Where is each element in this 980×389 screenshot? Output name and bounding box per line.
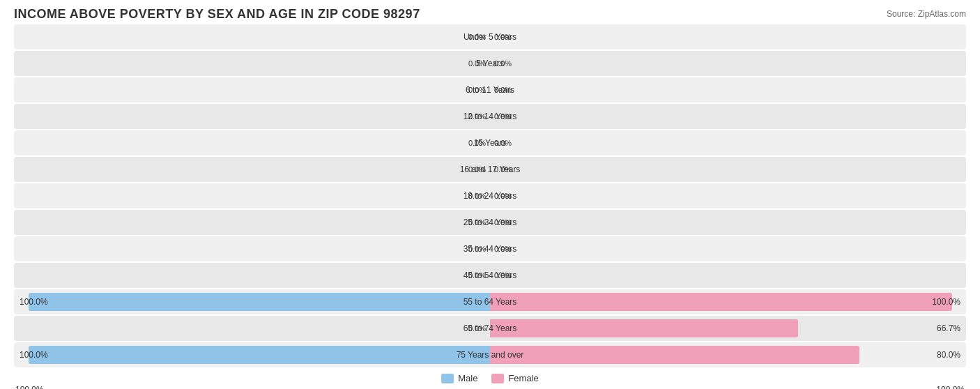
- row-left-male: 0.0%: [14, 263, 490, 288]
- legend-female-box: [491, 374, 504, 383]
- legend-male-box: [441, 374, 454, 383]
- row-right-female: 0.0%: [490, 236, 966, 261]
- male-value: 0.0%: [468, 245, 486, 253]
- male-value: 0.0%: [468, 271, 486, 280]
- bottom-left-val: 100.0%: [15, 385, 44, 389]
- female-value: 0.0%: [494, 192, 512, 200]
- chart-row: 0.0%18 to 24 Years0.0%: [14, 183, 966, 208]
- male-bar: [29, 293, 491, 311]
- female-bar: [490, 346, 859, 364]
- row-right-female: 80.0%: [490, 342, 966, 367]
- female-value: 66.7%: [937, 323, 960, 333]
- row-left-male: 0.0%: [14, 157, 490, 182]
- row-left-male: 100.0%: [14, 289, 490, 314]
- female-value: 0.0%: [494, 33, 512, 41]
- male-value: 0.0%: [468, 324, 486, 333]
- female-value: 0.0%: [494, 112, 512, 121]
- chart-row: 0.0%12 to 14 Years0.0%: [14, 104, 966, 129]
- chart-row: 0.0%6 to 11 Years0.0%: [14, 77, 966, 102]
- male-bar: [29, 346, 491, 364]
- row-right-female: 0.0%: [490, 77, 966, 102]
- chart-row: 100.0%75 Years and over80.0%: [14, 342, 966, 367]
- male-value: 0.0%: [468, 139, 486, 147]
- chart-row: 0.0%35 to 44 Years0.0%: [14, 236, 966, 261]
- chart-area: 0.0%Under 5 Years0.0%0.0%5 Years0.0%0.0%…: [14, 24, 966, 367]
- female-value: 80.0%: [937, 350, 960, 360]
- legend-male-label: Male: [458, 373, 477, 383]
- chart-row: 0.0%65 to 74 Years66.7%: [14, 316, 966, 341]
- legend-female-label: Female: [508, 373, 538, 383]
- row-left-male: 0.0%: [14, 77, 490, 102]
- female-value: 100.0%: [932, 297, 960, 307]
- row-right-female: 0.0%: [490, 210, 966, 235]
- row-right-female: 0.0%: [490, 51, 966, 76]
- chart-row: 0.0%16 and 17 Years0.0%: [14, 157, 966, 182]
- male-value: 100.0%: [20, 350, 48, 360]
- chart-row: 0.0%25 to 34 Years0.0%: [14, 210, 966, 235]
- chart-row: 0.0%Under 5 Years0.0%: [14, 24, 966, 49]
- legend: Male Female: [14, 373, 966, 383]
- row-right-female: 66.7%: [490, 316, 966, 341]
- row-right-female: 100.0%: [490, 289, 966, 314]
- row-left-male: 0.0%: [14, 104, 490, 129]
- female-bar: [490, 293, 952, 311]
- male-value: 0.0%: [468, 192, 486, 200]
- female-value: 0.0%: [494, 165, 512, 174]
- row-left-male: 100.0%: [14, 342, 490, 367]
- female-value: 0.0%: [494, 218, 512, 227]
- row-right-female: 0.0%: [490, 130, 966, 155]
- row-left-male: 0.0%: [14, 130, 490, 155]
- female-value: 0.0%: [494, 271, 512, 280]
- row-right-female: 0.0%: [490, 263, 966, 288]
- male-value: 0.0%: [468, 86, 486, 94]
- female-value: 0.0%: [494, 139, 512, 147]
- bottom-values: 100.0% 100.0%: [14, 385, 966, 389]
- row-right-female: 0.0%: [490, 157, 966, 182]
- chart-row: 0.0%45 to 54 Years0.0%: [14, 263, 966, 288]
- row-right-female: 0.0%: [490, 104, 966, 129]
- row-left-male: 0.0%: [14, 316, 490, 341]
- chart-row: 0.0%5 Years0.0%: [14, 51, 966, 76]
- male-value: 0.0%: [468, 112, 486, 121]
- bottom-right-val: 100.0%: [936, 385, 965, 389]
- row-left-male: 0.0%: [14, 183, 490, 208]
- male-value: 0.0%: [468, 165, 486, 174]
- row-left-male: 0.0%: [14, 51, 490, 76]
- row-right-female: 0.0%: [490, 24, 966, 49]
- row-left-male: 0.0%: [14, 236, 490, 261]
- legend-male: Male: [441, 373, 477, 383]
- legend-female: Female: [491, 373, 538, 383]
- female-value: 0.0%: [494, 59, 512, 68]
- female-bar: [490, 319, 798, 337]
- male-value: 100.0%: [20, 297, 48, 307]
- male-value: 0.0%: [468, 33, 486, 41]
- chart-row: 0.0%15 Years0.0%: [14, 130, 966, 155]
- male-value: 0.0%: [468, 59, 486, 68]
- row-right-female: 0.0%: [490, 183, 966, 208]
- female-value: 0.0%: [494, 86, 512, 94]
- female-value: 0.0%: [494, 245, 512, 253]
- row-left-male: 0.0%: [14, 24, 490, 49]
- row-left-male: 0.0%: [14, 210, 490, 235]
- male-value: 0.0%: [468, 218, 486, 227]
- chart-row: 100.0%55 to 64 Years100.0%: [14, 289, 966, 314]
